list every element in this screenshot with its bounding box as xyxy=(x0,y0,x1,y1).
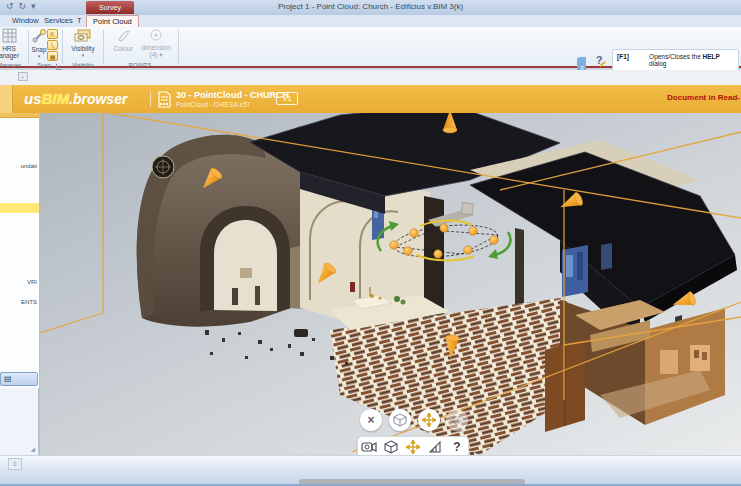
point-cloud-viewport[interactable] xyxy=(40,113,741,455)
snap-line-toggle[interactable]: ╲ xyxy=(47,40,58,50)
box-3d-icon xyxy=(384,440,398,454)
axes-icon xyxy=(406,440,420,454)
colour-button[interactable]: Colour xyxy=(108,28,138,52)
question-mark-icon: ? xyxy=(453,441,460,453)
group-label-snap: Snap xyxy=(30,62,58,68)
sidebar-item-selected[interactable] xyxy=(0,203,39,213)
sidebar-item-truncated-2[interactable]: VRI xyxy=(27,279,37,285)
cube-view-button[interactable] xyxy=(389,409,411,431)
snap-icon xyxy=(31,28,47,44)
tab-truncated[interactable]: T xyxy=(77,15,82,27)
tab-services[interactable]: Services xyxy=(44,15,73,27)
snap-options-stack: ⇱ ╲ ▦ xyxy=(47,29,58,61)
ribbon-tab-row: Window Services T Point Cloud xyxy=(0,15,741,27)
document-title: 30 - PointCloud - CHURCH xyxy=(176,90,289,100)
status-bar: ≡ xyxy=(0,455,741,486)
sidebar-lower-panel: ◢ xyxy=(0,388,39,455)
group-label-manager: Manager xyxy=(0,62,24,68)
dimension-button-label2: (4) ▾ xyxy=(138,51,174,59)
snap-button-label: Snap xyxy=(30,46,48,53)
document-subtitle: PointCloud - CHIESA.e57 xyxy=(176,101,250,108)
toolbar-help-button[interactable]: ? xyxy=(447,437,467,457)
visibility-button-label: Visibility xyxy=(65,45,101,52)
usbim-app-bar: usBIM.browser 30 - PointCloud - CHURCH P… xyxy=(0,85,741,113)
sidebar-item-truncated-1[interactable]: undati xyxy=(21,163,37,169)
manager-button[interactable]: HRS anager xyxy=(0,28,24,59)
move-mode-button[interactable] xyxy=(418,409,440,431)
help-edit-icon[interactable]: ? xyxy=(596,54,603,66)
snap-dropdown-arrow: ▾ xyxy=(30,53,48,59)
panel-pin-icon[interactable]: ▪ xyxy=(18,72,28,81)
contextual-tab-survey[interactable]: Survey xyxy=(86,1,134,14)
appbar-left-block xyxy=(0,85,13,113)
snap-grid-toggle[interactable]: ▦ xyxy=(47,51,58,61)
ribbon-gap xyxy=(0,70,741,85)
model-box-button[interactable] xyxy=(381,437,401,457)
manager-button-label2: anager xyxy=(0,52,24,59)
move-axes-icon xyxy=(422,413,436,427)
manager-grid-icon xyxy=(2,28,17,43)
application-window: ↺ ↻ ▾ Project 1 - Point Cloud: Church - … xyxy=(0,0,741,486)
church-point-cloud[interactable] xyxy=(137,113,737,455)
usbim-browser-logo: usBIM.browser xyxy=(24,90,127,107)
sidebar-bottom-button[interactable]: ▤ xyxy=(0,372,38,386)
cube-icon xyxy=(393,413,407,427)
left-sidebar-panel: undati VRI ENTS ▤ ◢ xyxy=(0,113,40,455)
ribbon: HRS anager Manager Snap ▾ ⇱ ╲ ▦ Snap xyxy=(0,27,741,68)
document-icon xyxy=(157,91,172,108)
visibility-dropdown-arrow: ▾ xyxy=(65,52,101,58)
close-view-button[interactable]: × xyxy=(360,409,382,431)
visibility-icon xyxy=(74,28,92,43)
walkthrough-camera-button[interactable] xyxy=(359,437,379,457)
readonly-notice: Document in Read- xyxy=(667,93,740,102)
version-badge[interactable]: V1 xyxy=(276,92,298,105)
dimension-dot-icon xyxy=(149,28,163,42)
manager-button-label1: HRS xyxy=(0,45,24,52)
sidebar-item-truncated-3[interactable]: ENTS xyxy=(21,299,37,305)
sidebar-resize-grip[interactable]: ◢ xyxy=(30,445,35,452)
sidebar-header-strip xyxy=(0,113,39,118)
snap-button[interactable]: Snap ▾ xyxy=(30,28,48,59)
help-desc-f1: Opens/Closes the HELP dialog xyxy=(649,53,734,67)
colour-button-label: Colour xyxy=(108,45,138,52)
status-menu-icon[interactable]: ≡ xyxy=(8,458,22,470)
close-icon: × xyxy=(367,414,374,426)
group-label-points: POINTS xyxy=(104,62,176,68)
visibility-button[interactable]: Visibility ▾ xyxy=(65,28,101,58)
main-area: undati VRI ENTS ▤ ◢ × xyxy=(0,113,741,455)
floor-specks xyxy=(205,329,348,365)
set-square-icon xyxy=(428,440,442,454)
dimension-button[interactable]: dimension (4) ▾ xyxy=(138,28,174,59)
dimension-button-label1: dimension xyxy=(138,44,174,51)
help-key-f1: [F1] xyxy=(617,53,649,67)
tab-window[interactable]: Window xyxy=(12,15,39,27)
gizmo-mode-button[interactable] xyxy=(403,437,423,457)
snap-endpoint-toggle[interactable]: ⇱ xyxy=(47,29,58,39)
measure-button[interactable] xyxy=(425,437,445,457)
camera-icon xyxy=(361,441,377,453)
tab-point-cloud[interactable]: Point Cloud xyxy=(86,15,139,27)
orbit-mode-button[interactable] xyxy=(446,409,468,431)
colour-brush-icon xyxy=(116,28,131,43)
group-label-visibility: Visibility xyxy=(65,62,101,68)
orbit-icon xyxy=(450,413,464,427)
